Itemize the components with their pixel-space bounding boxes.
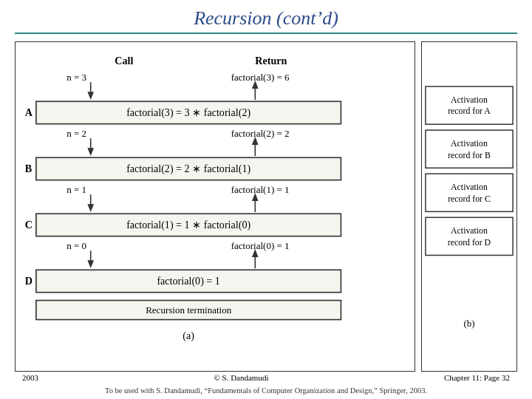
diagram-a-svg: Call Return n = 3 factorial(3) = 6 A fac…	[18, 45, 412, 368]
footer-copyright: © S. Dandamudi	[214, 373, 268, 382]
arrow-down-B	[87, 148, 94, 156]
call-label: Call	[115, 55, 133, 66]
factorial1-return: factorial(1) = 1	[231, 184, 290, 195]
act-rec-D-line2: record for D	[448, 237, 491, 248]
act-rec-C-line2: record for C	[448, 194, 491, 204]
act-rec-D-line1: Activation	[451, 225, 488, 236]
footer-chapter: Chapter 11: Page 32	[444, 373, 510, 382]
slide-title: Recursion (cont’d)	[15, 7, 517, 34]
arrow-down-A	[87, 92, 94, 100]
row-C-label: C	[25, 219, 33, 231]
n2-label: n = 2	[66, 128, 86, 139]
n1-label: n = 1	[66, 184, 86, 195]
diagram-a-label: (a)	[183, 330, 194, 342]
act-rec-C-line1: Activation	[451, 182, 488, 192]
row-B-box: factorial(2) = 2 ∗ factorial(1)	[126, 163, 250, 175]
row-B-label: B	[25, 163, 33, 174]
diagram-b-label: (b)	[464, 318, 475, 329]
n3-label: n = 3	[66, 72, 86, 83]
act-rec-B-line1: Activation	[451, 138, 488, 149]
row-A-label: A	[25, 106, 33, 118]
diagram-b-svg: Activation record for A Activation recor…	[422, 42, 516, 371]
slide-container: Recursion (cont’d) Call Return n = 3 fac…	[0, 0, 532, 399]
content-area: Call Return n = 3 factorial(3) = 6 A fac…	[15, 41, 517, 372]
row-C-box: factorial(1) = 1 ∗ factorial(0)	[126, 219, 250, 231]
act-rec-A-line1: Activation	[451, 95, 488, 105]
row-A-box: factorial(3) = 3 ∗ factorial(2)	[126, 106, 250, 119]
factorial3-return: factorial(3) = 6	[231, 72, 290, 83]
factorial2-return: factorial(2) = 2	[231, 128, 290, 139]
footer-note-text: To be used with S. Dandamudi, “Fundament…	[105, 386, 427, 395]
n0-label: n = 0	[66, 240, 86, 251]
footer-note: To be used with S. Dandamudi, “Fundament…	[15, 383, 517, 395]
footer-year: 2003	[22, 373, 38, 382]
factorial0-return: factorial(0) = 1	[231, 240, 290, 251]
return-label: Return	[255, 55, 287, 66]
diagram-b: Activation record for A Activation recor…	[421, 41, 517, 372]
row-D-box: factorial(0) = 1	[157, 275, 220, 287]
arrow-down-C	[87, 204, 94, 212]
act-rec-B-line2: record for B	[448, 150, 491, 160]
termination-label: Recursion termination	[146, 304, 232, 316]
act-rec-A-line2: record for A	[448, 106, 491, 116]
arrow-down-D	[87, 260, 94, 268]
footer-top: 2003 © S. Dandamudi Chapter 11: Page 32	[15, 372, 517, 383]
diagram-a: Call Return n = 3 factorial(3) = 6 A fac…	[15, 41, 415, 372]
row-D-label: D	[25, 275, 33, 287]
